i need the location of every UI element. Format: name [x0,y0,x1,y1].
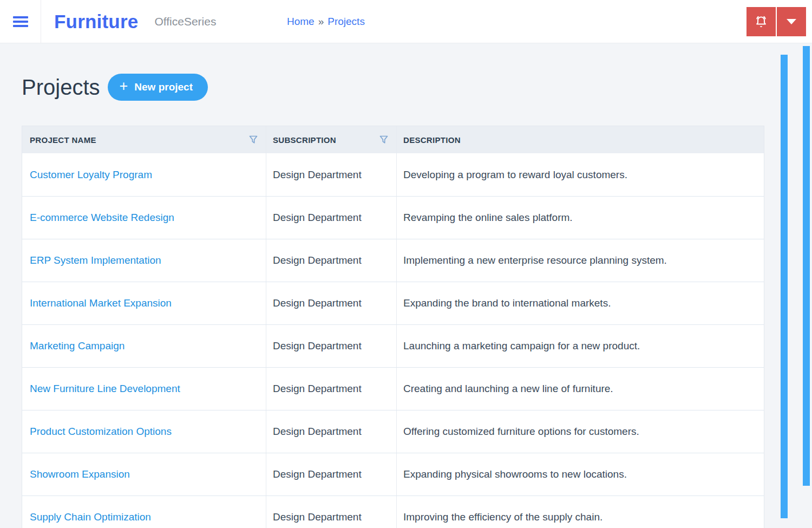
subscription-cell: Design Department [266,239,396,282]
column-header-description[interactable]: DESCRIPTION [396,126,764,153]
project-name-cell: ERP System Implementation [22,239,266,282]
menu-button[interactable] [0,0,41,43]
topbar-actions [746,7,806,36]
table-row: International Market Expansion Design De… [22,282,764,324]
subscription-value: Design Department [273,468,362,480]
project-name-link[interactable]: Supply Chain Optimization [30,511,151,523]
description-cell: Improving the efficiency of the supply c… [396,496,764,528]
project-name-link[interactable]: Customer Loyalty Program [30,169,152,181]
hamburger-icon [13,14,28,29]
description-value: Expanding the brand to international mar… [403,297,611,309]
funnel-icon[interactable] [248,135,258,145]
description-value: Launching a marketing campaign for a new… [403,340,640,352]
subscription-value: Design Department [273,212,362,224]
description-cell: Offering customized furniture options fo… [396,410,764,453]
subscription-value: Design Department [273,426,362,438]
table-row: ERP System Implementation Design Departm… [22,239,764,282]
description-cell: Expanding physical showrooms to new loca… [396,453,764,496]
new-project-button[interactable]: + New project [108,74,208,101]
table-row: Product Customization Options Design Dep… [22,410,764,453]
subscription-cell: Design Department [266,282,396,324]
description-cell: Developing a program to reward loyal cus… [396,153,764,196]
main-content: Projects + New project PROJECT NAME SUBS… [0,43,812,528]
inner-scrollbar[interactable] [781,55,788,518]
breadcrumb-separator: » [318,16,324,28]
breadcrumb-current-link[interactable]: Projects [328,16,365,28]
project-name-link[interactable]: ERP System Implementation [30,255,161,266]
project-name-link[interactable]: Marketing Campaign [30,340,125,352]
project-name-cell: E-commerce Website Redesign [22,197,266,239]
notifications-button[interactable] [746,7,776,36]
project-name-cell: Marketing Campaign [22,325,266,367]
project-name-cell: Product Customization Options [22,410,266,453]
new-project-label: New project [134,81,193,93]
projects-table: PROJECT NAME SUBSCRIPTION DESCRIPTION [22,126,764,528]
subscription-cell: Design Department [266,410,396,453]
project-name-link[interactable]: Product Customization Options [30,426,172,438]
project-name-link[interactable]: New Furniture Line Development [30,383,180,395]
project-name-cell: Showroom Expansion [22,453,266,496]
caret-down-icon [787,19,796,24]
subscription-value: Design Department [273,511,362,523]
subscription-cell: Design Department [266,325,396,367]
subscription-value: Design Department [273,383,362,395]
description-value: Developing a program to reward loyal cus… [403,169,627,181]
top-bar: Furniture OfficeSeries Home » Projects [0,0,812,43]
project-name-link[interactable]: E-commerce Website Redesign [30,212,174,224]
table-row: Supply Chain Optimization Design Departm… [22,496,764,528]
brand-logo[interactable]: Furniture [54,11,138,32]
table-row: New Furniture Line Development Design De… [22,367,764,410]
subscription-cell: Design Department [266,496,396,528]
description-value: Expanding physical showrooms to new loca… [403,468,627,480]
column-header-label: PROJECT NAME [30,135,96,145]
page-title: Projects [22,75,100,100]
funnel-icon[interactable] [379,135,389,145]
description-value: Offering customized furniture options fo… [403,426,639,438]
table-row: Marketing Campaign Design Department Lau… [22,324,764,367]
subscription-value: Design Department [273,255,362,266]
breadcrumb: Home » Projects [287,0,365,43]
description-value: Creating and launching a new line of fur… [403,383,613,395]
project-name-link[interactable]: Showroom Expansion [30,468,130,480]
column-header-label: SUBSCRIPTION [273,135,336,145]
table-row: E-commerce Website Redesign Design Depar… [22,196,764,239]
project-name-link[interactable]: International Market Expansion [30,297,172,309]
subscription-value: Design Department [273,169,362,181]
description-cell: Revamping the online sales platform. [396,197,764,239]
project-name-cell: Supply Chain Optimization [22,496,266,528]
table-body: Customer Loyalty Program Design Departme… [22,153,764,528]
subscription-value: Design Department [273,297,362,309]
breadcrumb-home-link[interactable]: Home [287,16,315,28]
brand-subtitle: OfficeSeries [154,15,216,28]
subscription-cell: Design Department [266,197,396,239]
project-name-cell: Customer Loyalty Program [22,153,266,196]
subscription-cell: Design Department [266,368,396,410]
column-header-label: DESCRIPTION [403,135,461,145]
subscription-cell: Design Department [266,453,396,496]
subscription-value: Design Department [273,340,362,352]
description-cell: Expanding the brand to international mar… [396,282,764,324]
description-value: Revamping the online sales platform. [403,212,573,224]
account-menu-button[interactable] [777,7,806,36]
project-name-cell: International Market Expansion [22,282,266,324]
column-header-project-name[interactable]: PROJECT NAME [22,126,266,153]
project-name-cell: New Furniture Line Development [22,368,266,410]
title-row: Projects + New project [22,74,812,101]
table-row: Showroom Expansion Design Department Exp… [22,453,764,496]
description-cell: Implementing a new enterprise resource p… [396,239,764,282]
description-value: Implementing a new enterprise resource p… [403,255,667,266]
table-row: Customer Loyalty Program Design Departme… [22,153,764,196]
bell-icon [753,14,769,30]
page-scrollbar[interactable] [803,46,810,486]
description-cell: Creating and launching a new line of fur… [396,368,764,410]
plus-icon: + [120,79,128,95]
column-header-subscription[interactable]: SUBSCRIPTION [266,126,396,153]
table-header-row: PROJECT NAME SUBSCRIPTION DESCRIPTION [22,126,764,153]
description-cell: Launching a marketing campaign for a new… [396,325,764,367]
description-value: Improving the efficiency of the supply c… [403,511,603,523]
subscription-cell: Design Department [266,153,396,196]
